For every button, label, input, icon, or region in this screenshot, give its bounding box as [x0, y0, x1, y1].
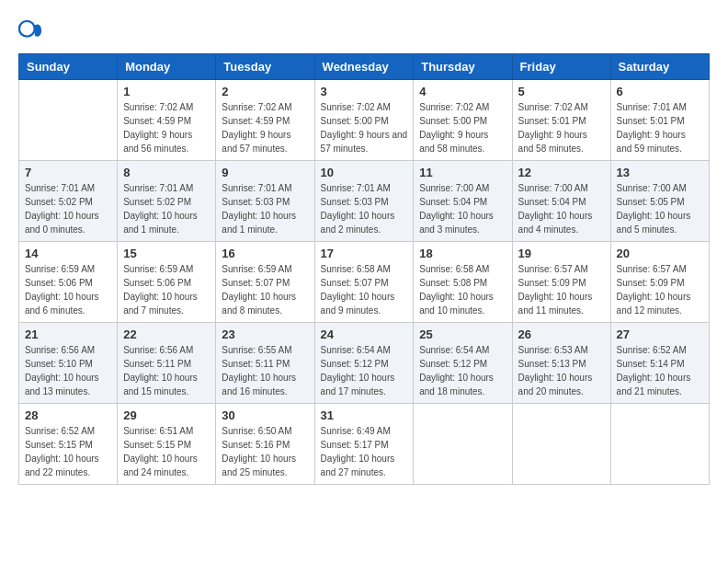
calendar-day-cell [19, 80, 118, 161]
calendar-day-cell: 15Sunrise: 6:59 AMSunset: 5:06 PMDayligh… [118, 242, 216, 323]
calendar-day-cell: 9Sunrise: 7:01 AMSunset: 5:03 PMDaylight… [216, 161, 314, 242]
calendar-day-cell: 26Sunrise: 6:53 AMSunset: 5:13 PMDayligh… [512, 323, 610, 404]
day-number: 10 [321, 166, 408, 179]
day-info: Sunrise: 7:01 AMSunset: 5:03 PMDaylight:… [321, 181, 408, 236]
day-number: 5 [518, 85, 605, 98]
day-info: Sunrise: 6:58 AMSunset: 5:07 PMDaylight:… [321, 262, 408, 317]
day-info: Sunrise: 7:02 AMSunset: 4:59 PMDaylight:… [222, 100, 308, 155]
day-number: 25 [419, 327, 506, 341]
day-number: 18 [419, 247, 506, 260]
calendar-week-row: 14Sunrise: 6:59 AMSunset: 5:06 PMDayligh… [19, 242, 710, 323]
calendar-day-cell [610, 404, 709, 485]
day-info: Sunrise: 7:02 AMSunset: 5:00 PMDaylight:… [419, 100, 506, 155]
day-of-week-header: Tuesday [216, 54, 314, 80]
day-number: 12 [518, 166, 605, 179]
calendar-day-cell: 28Sunrise: 6:52 AMSunset: 5:15 PMDayligh… [19, 404, 118, 485]
calendar-day-cell: 25Sunrise: 6:54 AMSunset: 5:12 PMDayligh… [414, 323, 512, 404]
day-info: Sunrise: 6:56 AMSunset: 5:10 PMDaylight:… [25, 343, 111, 398]
day-number: 7 [25, 166, 111, 179]
day-number: 27 [617, 327, 703, 341]
day-number: 17 [321, 247, 408, 260]
calendar-week-row: 21Sunrise: 6:56 AMSunset: 5:10 PMDayligh… [19, 323, 710, 404]
calendar-day-cell: 3Sunrise: 7:02 AMSunset: 5:00 PMDaylight… [314, 80, 414, 161]
calendar-day-cell: 5Sunrise: 7:02 AMSunset: 5:01 PMDaylight… [512, 80, 610, 161]
day-of-week-header: Wednesday [314, 54, 414, 80]
day-of-week-header: Thursday [414, 54, 512, 80]
calendar-day-cell: 13Sunrise: 7:00 AMSunset: 5:05 PMDayligh… [610, 161, 709, 242]
calendar-day-cell: 30Sunrise: 6:50 AMSunset: 5:16 PMDayligh… [216, 404, 314, 485]
calendar-day-cell: 19Sunrise: 6:57 AMSunset: 5:09 PMDayligh… [512, 242, 610, 323]
day-info: Sunrise: 7:02 AMSunset: 5:00 PMDaylight:… [321, 100, 408, 155]
calendar-day-cell: 23Sunrise: 6:55 AMSunset: 5:11 PMDayligh… [216, 323, 314, 404]
day-number: 19 [518, 247, 605, 260]
day-info: Sunrise: 6:59 AMSunset: 5:06 PMDaylight:… [25, 262, 111, 317]
calendar-day-cell: 21Sunrise: 6:56 AMSunset: 5:10 PMDayligh… [19, 323, 118, 404]
day-number: 30 [222, 408, 308, 422]
day-info: Sunrise: 7:00 AMSunset: 5:04 PMDaylight:… [518, 181, 605, 236]
calendar-week-row: 1Sunrise: 7:02 AMSunset: 4:59 PMDaylight… [19, 80, 710, 161]
day-info: Sunrise: 6:59 AMSunset: 5:06 PMDaylight:… [123, 262, 210, 317]
calendar-day-cell: 10Sunrise: 7:01 AMSunset: 5:03 PMDayligh… [314, 161, 414, 242]
day-info: Sunrise: 6:55 AMSunset: 5:11 PMDaylight:… [222, 343, 308, 398]
day-info: Sunrise: 6:50 AMSunset: 5:16 PMDaylight:… [222, 424, 308, 479]
day-info: Sunrise: 6:57 AMSunset: 5:09 PMDaylight:… [518, 262, 605, 317]
day-info: Sunrise: 6:49 AMSunset: 5:17 PMDaylight:… [321, 424, 408, 479]
calendar-day-cell: 17Sunrise: 6:58 AMSunset: 5:07 PMDayligh… [314, 242, 414, 323]
logo [18, 18, 48, 44]
day-number: 11 [419, 166, 506, 179]
day-number: 3 [321, 85, 408, 98]
calendar-day-cell: 8Sunrise: 7:01 AMSunset: 5:02 PMDaylight… [118, 161, 216, 242]
day-of-week-header: Friday [512, 54, 610, 80]
day-number: 4 [419, 85, 506, 98]
day-info: Sunrise: 7:01 AMSunset: 5:02 PMDaylight:… [25, 181, 111, 236]
calendar-day-cell: 6Sunrise: 7:01 AMSunset: 5:01 PMDaylight… [610, 80, 709, 161]
day-number: 14 [25, 247, 111, 260]
day-number: 26 [518, 327, 605, 341]
day-info: Sunrise: 6:51 AMSunset: 5:15 PMDaylight:… [123, 424, 210, 479]
calendar-day-cell: 29Sunrise: 6:51 AMSunset: 5:15 PMDayligh… [118, 404, 216, 485]
calendar-day-cell: 22Sunrise: 6:56 AMSunset: 5:11 PMDayligh… [118, 323, 216, 404]
calendar-day-cell: 27Sunrise: 6:52 AMSunset: 5:14 PMDayligh… [610, 323, 709, 404]
day-number: 2 [222, 85, 308, 98]
day-number: 8 [123, 166, 210, 179]
day-number: 23 [222, 327, 308, 341]
day-info: Sunrise: 6:52 AMSunset: 5:15 PMDaylight:… [25, 424, 111, 479]
day-info: Sunrise: 6:53 AMSunset: 5:13 PMDaylight:… [518, 343, 605, 398]
calendar-day-cell: 12Sunrise: 7:00 AMSunset: 5:04 PMDayligh… [512, 161, 610, 242]
day-number: 28 [25, 408, 111, 422]
calendar: SundayMondayTuesdayWednesdayThursdayFrid… [18, 53, 710, 485]
calendar-header-row: SundayMondayTuesdayWednesdayThursdayFrid… [19, 54, 710, 80]
calendar-day-cell: 7Sunrise: 7:01 AMSunset: 5:02 PMDaylight… [19, 161, 118, 242]
day-info: Sunrise: 6:54 AMSunset: 5:12 PMDaylight:… [419, 343, 506, 398]
day-info: Sunrise: 7:02 AMSunset: 4:59 PMDaylight:… [123, 100, 210, 155]
day-number: 24 [321, 327, 408, 341]
day-number: 21 [25, 327, 111, 341]
calendar-day-cell: 18Sunrise: 6:58 AMSunset: 5:08 PMDayligh… [414, 242, 512, 323]
day-number: 9 [222, 166, 308, 179]
svg-point-0 [19, 21, 35, 37]
day-info: Sunrise: 6:52 AMSunset: 5:14 PMDaylight:… [617, 343, 703, 398]
day-info: Sunrise: 7:02 AMSunset: 5:01 PMDaylight:… [518, 100, 605, 155]
day-number: 6 [617, 85, 703, 98]
day-info: Sunrise: 6:57 AMSunset: 5:09 PMDaylight:… [617, 262, 703, 317]
day-info: Sunrise: 7:00 AMSunset: 5:04 PMDaylight:… [419, 181, 506, 236]
day-number: 29 [123, 408, 210, 422]
calendar-day-cell: 31Sunrise: 6:49 AMSunset: 5:17 PMDayligh… [314, 404, 414, 485]
calendar-day-cell: 11Sunrise: 7:00 AMSunset: 5:04 PMDayligh… [414, 161, 512, 242]
calendar-day-cell: 4Sunrise: 7:02 AMSunset: 5:00 PMDaylight… [414, 80, 512, 161]
day-info: Sunrise: 7:01 AMSunset: 5:02 PMDaylight:… [123, 181, 210, 236]
calendar-day-cell: 1Sunrise: 7:02 AMSunset: 4:59 PMDaylight… [118, 80, 216, 161]
day-of-week-header: Sunday [19, 54, 118, 80]
day-info: Sunrise: 6:56 AMSunset: 5:11 PMDaylight:… [123, 343, 210, 398]
day-number: 15 [123, 247, 210, 260]
day-number: 20 [617, 247, 703, 260]
day-number: 22 [123, 327, 210, 341]
calendar-day-cell: 16Sunrise: 6:59 AMSunset: 5:07 PMDayligh… [216, 242, 314, 323]
day-info: Sunrise: 7:00 AMSunset: 5:05 PMDaylight:… [617, 181, 703, 236]
calendar-week-row: 28Sunrise: 6:52 AMSunset: 5:15 PMDayligh… [19, 404, 710, 485]
calendar-day-cell: 2Sunrise: 7:02 AMSunset: 4:59 PMDaylight… [216, 80, 314, 161]
day-number: 13 [617, 166, 703, 179]
day-of-week-header: Saturday [610, 54, 709, 80]
day-number: 16 [222, 247, 308, 260]
day-of-week-header: Monday [118, 54, 216, 80]
